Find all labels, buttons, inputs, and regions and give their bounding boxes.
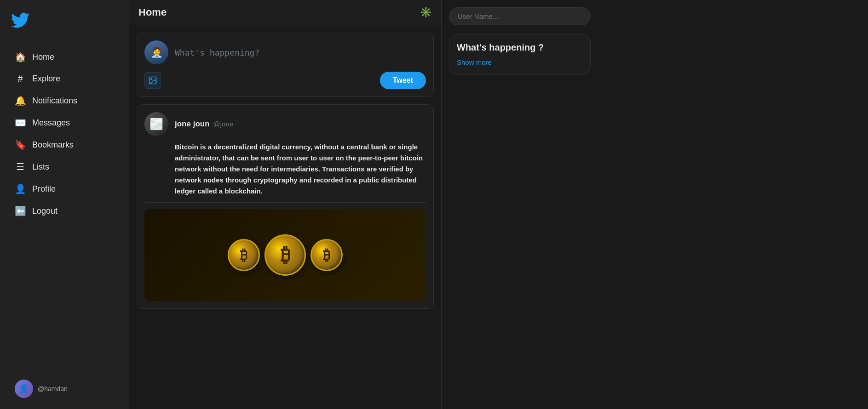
sidebar-item-explore[interactable]: # Explore [11,68,118,90]
trends-title: What's happening ? [457,42,583,53]
home-icon: 🏠 [15,51,26,62]
bitcoin-coin-2: ₿ [264,234,306,276]
tweet-divider [144,202,426,203]
search-box[interactable] [449,7,591,25]
tweet-media-button[interactable] [144,72,161,89]
sidebar-username: @hamdan [38,385,68,392]
avatar-image: 👤 [15,380,33,398]
avatar: 👤 [15,380,33,398]
sparkle-icon[interactable]: ✳️ [420,6,432,18]
trends-box: What's happening ? Show more [449,34,591,74]
tweet-user-name: jone joun [175,119,210,129]
logout-icon: ⬅️ [15,205,26,216]
bookmarks-icon: 🔖 [15,139,26,150]
sidebar-item-lists-label: Lists [32,162,49,172]
notifications-icon: 🔔 [15,95,26,106]
main-header: Home ✳️ [129,0,441,25]
sidebar-item-messages-label: Messages [32,118,70,128]
tweet-card-header: 🌫️ jone joun @jone [144,112,426,136]
messages-icon: ✉️ [15,117,26,128]
tweet-user-avatar-image: 🌫️ [144,112,168,136]
explore-icon: # [15,74,26,84]
twitter-logo [11,7,118,35]
sidebar-item-home-label: Home [32,52,54,62]
tweet-user-handle: @jone [213,120,234,128]
main-feed: Home ✳️ 🧑‍💼 What's happening? Tweet [129,0,442,409]
sidebar-item-profile-label: Profile [32,184,56,194]
sidebar-user-profile[interactable]: 👤 @hamdan [11,376,118,402]
right-sidebar: What's happening ? Show more [442,0,598,409]
tweet-input-row: 🧑‍💼 What's happening? [144,40,426,64]
sidebar-item-messages[interactable]: ✉️ Messages [11,112,118,134]
show-more-link[interactable]: Show more [457,58,492,66]
sidebar-item-bookmarks[interactable]: 🔖 Bookmarks [11,134,118,156]
sidebar-item-notifications-label: Notifications [32,96,77,106]
sidebar-item-bookmarks-label: Bookmarks [32,140,74,150]
tweet-user-avatar: 🌫️ [144,112,168,136]
svg-point-1 [151,79,152,80]
tweet-compose-placeholder[interactable]: What's happening? [175,48,426,57]
sidebar-item-logout[interactable]: ⬅️ Logout [11,200,118,222]
tweet-actions-row: Tweet [144,72,426,89]
tweet-content: Bitcoin is a decentralized digital curre… [175,142,426,197]
tweet-card: 🌫️ jone joun @jone Bitcoin is a decentra… [137,104,434,309]
tweet-button[interactable]: Tweet [380,72,426,89]
lists-icon: ☰ [15,161,26,172]
bitcoin-coin-3: ₿ [310,239,343,271]
sidebar-item-home[interactable]: 🏠 Home [11,46,118,68]
tweet-compose-avatar-image: 🧑‍💼 [144,40,168,64]
profile-icon: 👤 [15,183,26,194]
search-input[interactable] [458,12,582,20]
sidebar-item-lists[interactable]: ☰ Lists [11,156,118,178]
sidebar-item-notifications[interactable]: 🔔 Notifications [11,90,118,112]
left-sidebar: 🏠 Home # Explore 🔔 Notifications ✉️ Mess… [0,0,129,409]
sidebar-item-explore-label: Explore [32,74,60,84]
page-title: Home [138,6,167,18]
sidebar-item-profile[interactable]: 👤 Profile [11,178,118,200]
sidebar-item-logout-label: Logout [32,206,57,216]
bitcoin-coin-1: ₿ [228,239,260,271]
tweet-user-info: jone joun @jone [175,119,233,129]
main-nav: 🏠 Home # Explore 🔔 Notifications ✉️ Mess… [11,46,118,222]
tweet-image: ₿ ₿ ₿ [144,209,426,301]
bitcoin-visual: ₿ ₿ ₿ [228,234,343,276]
tweet-compose-avatar: 🧑‍💼 [144,40,168,64]
tweet-compose-box: 🧑‍💼 What's happening? Tweet [137,33,434,97]
